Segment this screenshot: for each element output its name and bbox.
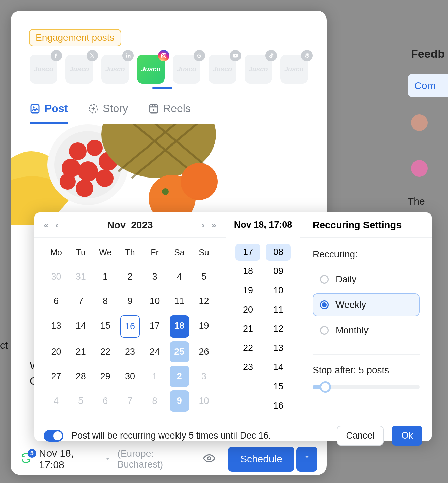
tab-story[interactable]: Story: [88, 102, 128, 124]
recurring-option-weekly[interactable]: Weekly: [313, 293, 420, 316]
calendar-day[interactable]: 23: [120, 341, 139, 362]
calendar-day[interactable]: 31: [71, 266, 90, 287]
calendar-day[interactable]: 4: [170, 266, 189, 287]
minute-item[interactable]: 08: [266, 244, 291, 261]
minute-list[interactable]: 080910111213141516: [266, 244, 291, 414]
prev-year-button[interactable]: «: [44, 220, 49, 230]
calendar-day[interactable]: 17: [145, 315, 164, 338]
calendar-day[interactable]: 30: [46, 266, 66, 287]
calendar-day[interactable]: 30: [120, 366, 139, 387]
media-preview[interactable]: [11, 124, 327, 225]
calendar-day[interactable]: 10: [145, 291, 164, 312]
calendar-day[interactable]: 10: [194, 390, 214, 412]
calendar-day[interactable]: 22: [96, 341, 115, 362]
calendar-day[interactable]: 16: [120, 315, 139, 338]
minute-item[interactable]: 13: [266, 340, 291, 357]
calendar-day[interactable]: 9: [170, 390, 189, 412]
minute-item[interactable]: 09: [266, 263, 291, 280]
calendar-day[interactable]: 14: [71, 315, 90, 338]
calendar-day[interactable]: 13: [46, 315, 66, 338]
calendar-day[interactable]: 7: [71, 291, 90, 312]
svg-point-4: [33, 106, 34, 108]
hour-item[interactable]: 18: [235, 263, 260, 280]
platform-tile-linkedin[interactable]: Jusco: [101, 55, 129, 84]
platform-tile-pinterest[interactable]: Jusco: [280, 55, 308, 84]
hour-item[interactable]: 20: [235, 301, 260, 318]
calendar-day[interactable]: 4: [46, 390, 66, 412]
minute-item[interactable]: 10: [266, 282, 291, 299]
slider-thumb[interactable]: [320, 381, 331, 393]
platform-label: Jusco: [213, 65, 232, 73]
calendar-day[interactable]: 29: [96, 366, 115, 387]
platform-tile-youtube[interactable]: Jusco: [209, 55, 236, 84]
minute-item[interactable]: 11: [266, 301, 291, 318]
stop-after-slider[interactable]: [313, 385, 420, 389]
radio-label: Daily: [335, 274, 356, 285]
tab-reels[interactable]: Reels: [148, 102, 191, 124]
tab-label: Post: [44, 102, 68, 115]
minute-item[interactable]: 15: [266, 378, 291, 395]
recurring-option-daily[interactable]: Daily: [313, 268, 420, 291]
preview-icon[interactable]: [203, 452, 215, 466]
minute-item[interactable]: 12: [266, 320, 291, 337]
hour-item[interactable]: 17: [235, 244, 260, 261]
recurring-option-monthly[interactable]: Monthly: [313, 319, 420, 342]
calendar-day[interactable]: 19: [194, 315, 214, 338]
calendar-day[interactable]: 2: [170, 366, 189, 387]
calendar-day[interactable]: 3: [194, 366, 214, 387]
chevron-down-icon[interactable]: [104, 455, 111, 463]
minute-item[interactable]: 16: [266, 397, 291, 414]
next-year-button[interactable]: »: [212, 220, 216, 230]
recurring-toggle[interactable]: [44, 430, 63, 442]
calendar-day[interactable]: 8: [145, 390, 164, 412]
calendar-day[interactable]: 8: [96, 291, 115, 312]
avatar: [411, 160, 428, 177]
calendar-day[interactable]: 1: [145, 366, 164, 387]
cancel-button[interactable]: Cancel: [337, 426, 384, 446]
platform-label: Jusco: [249, 65, 268, 73]
platform-tile-facebook[interactable]: Jusco: [30, 55, 57, 84]
calendar-day[interactable]: 6: [46, 291, 66, 312]
calendar-day[interactable]: 5: [194, 266, 214, 287]
ok-button[interactable]: Ok: [392, 426, 422, 446]
calendar-day[interactable]: 5: [71, 390, 90, 412]
calendar-day[interactable]: 12: [194, 291, 214, 312]
next-month-button[interactable]: ›: [202, 220, 205, 230]
hour-item[interactable]: 23: [235, 359, 260, 376]
label-badge[interactable]: Engagement posts: [29, 29, 121, 46]
platform-tile-instagram[interactable]: Jusco: [137, 55, 165, 84]
calendar-day[interactable]: 1: [96, 266, 115, 287]
tab-post[interactable]: Post: [30, 102, 68, 124]
calendar-day[interactable]: 21: [71, 341, 90, 362]
calendar-day[interactable]: 2: [120, 266, 139, 287]
facebook-icon: [51, 50, 62, 61]
calendar-day[interactable]: 26: [194, 341, 214, 362]
svg-point-16: [60, 173, 76, 190]
time-header: Nov 18, 17:08: [226, 220, 300, 237]
hour-list[interactable]: 17181920212223: [235, 244, 260, 414]
calendar-day[interactable]: 28: [71, 366, 90, 387]
recurring-icon[interactable]: 5: [20, 452, 33, 466]
calendar-day[interactable]: 18: [170, 315, 189, 338]
platform-tile-x[interactable]: Jusco: [65, 55, 93, 84]
platform-tile-google[interactable]: Jusco: [173, 55, 200, 84]
calendar-day[interactable]: 24: [145, 341, 164, 362]
platform-tile-tiktok[interactable]: Jusco: [245, 55, 272, 84]
instagram-icon: [158, 50, 169, 61]
calendar-day[interactable]: 11: [170, 291, 189, 312]
calendar-day[interactable]: 15: [96, 315, 115, 338]
calendar-day[interactable]: 27: [46, 366, 66, 387]
calendar-day[interactable]: 9: [120, 291, 139, 312]
hour-item[interactable]: 21: [235, 320, 260, 337]
calendar-day[interactable]: 25: [170, 341, 189, 362]
hour-item[interactable]: 22: [235, 340, 260, 357]
hour-item[interactable]: 19: [235, 282, 260, 299]
svg-point-15: [96, 169, 114, 187]
dow-header: Sa: [167, 244, 192, 263]
prev-month-button[interactable]: ‹: [55, 220, 58, 230]
calendar-day[interactable]: 6: [96, 390, 115, 412]
calendar-day[interactable]: 7: [120, 390, 139, 412]
calendar-day[interactable]: 20: [46, 341, 66, 362]
calendar-day[interactable]: 3: [145, 266, 164, 287]
minute-item[interactable]: 14: [266, 359, 291, 376]
